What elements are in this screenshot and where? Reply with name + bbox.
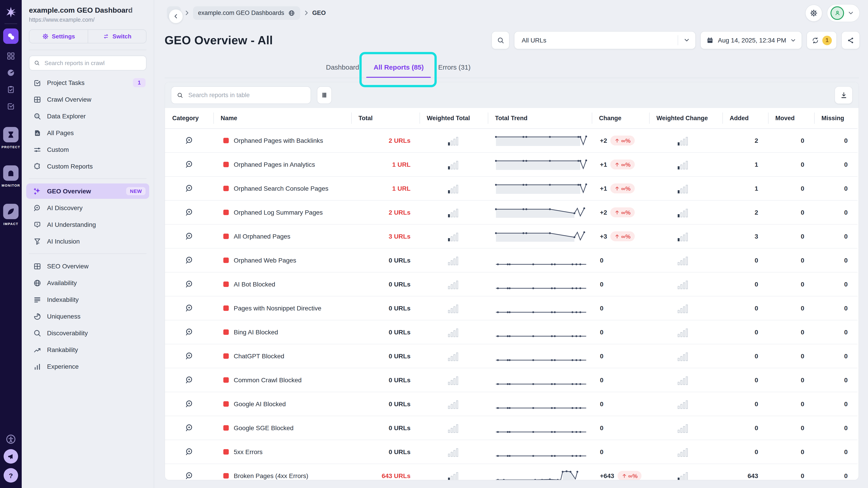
sidebar-item-seo-overview[interactable]: SEO Overview [26, 258, 149, 274]
url-search-button[interactable] [491, 31, 509, 49]
protect-tile[interactable] [3, 127, 19, 142]
zoom-in-icon[interactable] [185, 423, 194, 432]
column-header-total-trend[interactable]: Total Trend [488, 108, 592, 129]
sidebar-item-ai-discovery[interactable]: AI Discovery [26, 200, 149, 216]
download-button[interactable] [835, 86, 852, 104]
zoom-in-icon[interactable] [185, 136, 194, 145]
refresh-button[interactable]: 1 [807, 31, 837, 49]
analyze-blob-tile[interactable] [3, 29, 19, 44]
sidebar-item-uniqueness[interactable]: Uniqueness [26, 308, 149, 324]
table-search-input[interactable] [187, 91, 305, 99]
sidebar-item-discoverability[interactable]: Discoverability [26, 325, 149, 341]
column-header-weighted-change[interactable]: Weighted Change [649, 108, 722, 129]
sidebar-item-experience[interactable]: Experience [26, 359, 149, 374]
total-cell[interactable]: 0 URLs [351, 416, 420, 440]
sidebar-item-geo-overview[interactable]: GEO OverviewNEW [26, 184, 149, 199]
report-name-cell[interactable]: Orphaned Log Summary Pages [213, 201, 351, 225]
sidebar-item-data-explorer[interactable]: Data Explorer [26, 108, 149, 124]
zoom-in-icon[interactable] [185, 471, 194, 480]
total-cell[interactable]: 643 URLs [351, 464, 420, 480]
zoom-in-icon[interactable] [185, 352, 194, 361]
sidebar-item-ai-understanding[interactable]: AI Understanding [26, 217, 149, 232]
url-filter-select[interactable]: All URLs [514, 31, 696, 49]
column-header-missing[interactable]: Missing [814, 108, 858, 129]
switch-button[interactable]: Switch [88, 30, 146, 43]
total-cell[interactable]: 0 URLs [351, 249, 420, 272]
breadcrumb-project[interactable]: example.com GEO Dashboards [193, 6, 300, 20]
column-header-moved[interactable]: Moved [768, 108, 814, 129]
settings-gear-button[interactable] [805, 4, 822, 22]
report-name-cell[interactable]: All Orphaned Pages [213, 225, 351, 249]
zoom-in-icon[interactable] [185, 208, 194, 217]
report-name-cell[interactable]: Orphaned Pages in Analytics [213, 153, 351, 177]
zoom-in-icon[interactable] [185, 399, 194, 409]
report-name-cell[interactable]: Google SGE Blocked [213, 416, 351, 440]
sidebar-item-ai-inclusion[interactable]: AI Inclusion [26, 234, 149, 249]
crawl-date-select[interactable]: Aug 14, 2025, 12:34 PM [700, 31, 802, 49]
total-cell[interactable]: 1 URL [351, 177, 420, 201]
zoom-in-icon[interactable] [185, 160, 194, 169]
tab-dashboard[interactable]: Dashboard [326, 63, 359, 78]
total-cell[interactable]: 1 URL [351, 153, 420, 177]
gauge-icon[interactable] [6, 68, 16, 77]
report-name-cell[interactable]: Orphaned Search Console Pages [213, 177, 351, 201]
sidebar-item-crawl-overview[interactable]: Crawl Overview [26, 92, 149, 107]
total-cell[interactable]: 0 URLs [351, 272, 420, 296]
total-cell[interactable]: 0 URLs [351, 344, 420, 368]
report-name-cell[interactable]: Google AI Blocked [213, 392, 351, 416]
report-name-cell[interactable]: Pages with Nosnippet Directive [213, 296, 351, 320]
account-menu[interactable] [827, 4, 860, 22]
total-cell[interactable]: 0 URLs [351, 296, 420, 320]
sidebar-item-rankability[interactable]: Rankability [26, 342, 149, 357]
sidebar-search-input[interactable] [43, 59, 142, 67]
report-name-cell[interactable]: Broken Pages (4xx Errors) [213, 464, 351, 480]
task-check-icon[interactable] [6, 102, 16, 111]
help-button[interactable]: ? [4, 468, 18, 483]
total-cell[interactable]: 0 URLs [351, 392, 420, 416]
impact-tile[interactable] [3, 204, 19, 219]
report-name-cell[interactable]: Common Crawl Blocked [213, 368, 351, 392]
sidebar-item-availability[interactable]: Availability [26, 275, 149, 291]
zoom-in-icon[interactable] [185, 184, 194, 193]
zoom-in-icon[interactable] [185, 447, 194, 456]
zoom-in-icon[interactable] [185, 328, 194, 337]
zoom-in-icon[interactable] [185, 232, 194, 241]
column-header-change[interactable]: Change [592, 108, 649, 129]
zoom-in-icon[interactable] [185, 280, 194, 289]
sidebar-item-custom-reports[interactable]: Custom Reports [26, 159, 149, 174]
column-header-total[interactable]: Total [351, 108, 420, 129]
tab-all-reports-85-[interactable]: All Reports (85) [374, 63, 424, 78]
column-header-weighted-total[interactable]: Weighted Total [420, 108, 488, 129]
accessibility-icon[interactable] [5, 434, 16, 445]
monitor-tile[interactable] [3, 165, 19, 181]
report-name-cell[interactable]: ChatGPT Blocked [213, 344, 351, 368]
total-cell[interactable]: 3 URLs [351, 225, 420, 249]
sidebar-item-indexability[interactable]: Indexability [26, 292, 149, 307]
total-cell[interactable]: 0 URLs [351, 440, 420, 464]
column-header-added[interactable]: Added [722, 108, 768, 129]
column-header-category[interactable]: Category [165, 108, 213, 129]
report-name-cell[interactable]: Bing AI Blocked [213, 320, 351, 344]
report-name-cell[interactable]: AI Bot Blocked [213, 272, 351, 296]
total-cell[interactable]: 2 URLs [351, 201, 420, 225]
column-header-name[interactable]: Name [213, 108, 351, 129]
sidebar-item-project-tasks[interactable]: Project Tasks1 [26, 75, 149, 90]
total-cell[interactable]: 0 URLs [351, 368, 420, 392]
apps-grid-icon[interactable] [6, 52, 16, 61]
settings-button[interactable]: Settings [29, 30, 88, 43]
zoom-in-icon[interactable] [185, 376, 194, 385]
zoom-in-icon[interactable] [185, 304, 194, 313]
sidebar-collapse-button[interactable] [168, 9, 183, 24]
clipboard-check-icon[interactable] [6, 85, 16, 94]
report-name-cell[interactable]: Orphaned Web Pages [213, 249, 351, 272]
zoom-in-icon[interactable] [185, 256, 194, 265]
sidebar-search[interactable] [29, 56, 147, 70]
tab-errors-31-[interactable]: Errors (31) [438, 63, 471, 78]
table-search[interactable] [171, 86, 311, 104]
report-name-cell[interactable]: Orphaned Pages with Backlinks [213, 129, 351, 153]
report-name-cell[interactable]: 5xx Errors [213, 440, 351, 464]
total-cell[interactable]: 2 URLs [351, 129, 420, 153]
sidebar-item-custom[interactable]: Custom [26, 142, 149, 157]
sidebar-item-all-pages[interactable]: All Pages [26, 125, 149, 140]
total-cell[interactable]: 0 URLs [351, 320, 420, 344]
